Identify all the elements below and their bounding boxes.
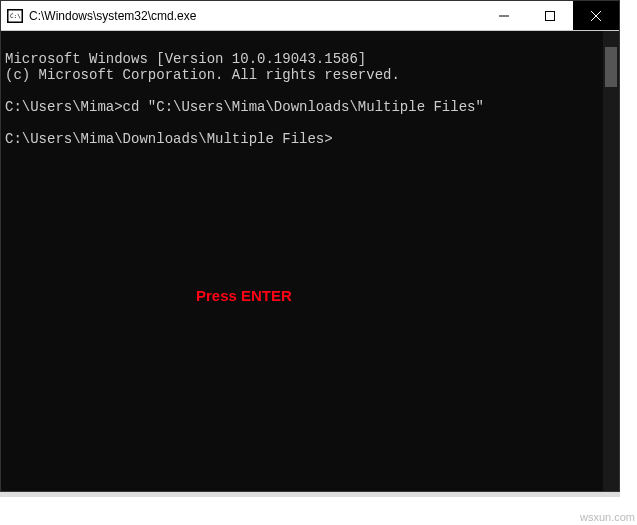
svg-line-4 (591, 11, 601, 21)
cmd-icon: C:\ (7, 9, 23, 23)
close-button[interactable] (573, 1, 619, 30)
maximize-icon (545, 11, 555, 21)
svg-line-5 (591, 11, 601, 21)
minimize-icon (499, 11, 509, 21)
window-title: C:\Windows\system32\cmd.exe (29, 9, 481, 23)
console-line: (c) Microsoft Corporation. All rights re… (5, 67, 400, 83)
maximize-button[interactable] (527, 1, 573, 30)
console-line: C:\Users\Mima>cd "C:\Users\Mima\Download… (5, 99, 484, 115)
minimize-button[interactable] (481, 1, 527, 30)
svg-text:C:\: C:\ (10, 12, 21, 19)
svg-rect-3 (546, 11, 555, 20)
close-icon (591, 11, 601, 21)
scroll-thumb[interactable] (605, 47, 617, 87)
annotation-text: Press ENTER (196, 288, 292, 304)
window-controls (481, 1, 619, 30)
console-line: Microsoft Windows [Version 10.0.19043.15… (5, 51, 366, 67)
watermark: wsxun.com (580, 511, 635, 523)
console-output[interactable]: Microsoft Windows [Version 10.0.19043.15… (1, 31, 619, 491)
titlebar[interactable]: C:\ C:\Windows\system32\cmd.exe (1, 1, 619, 31)
scrollbar[interactable]: ▲ (603, 31, 619, 491)
console-prompt: C:\Users\Mima\Downloads\Multiple Files> (5, 131, 333, 147)
cmd-window: C:\ C:\Windows\system32\cmd.exe Microsof… (0, 0, 620, 492)
status-strip (0, 492, 620, 497)
